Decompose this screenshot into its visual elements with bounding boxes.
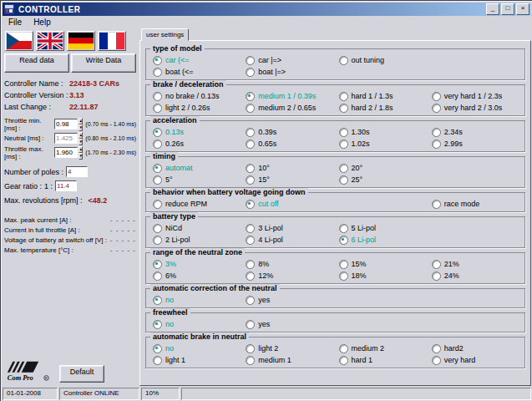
radio-option-2-li-pol[interactable]: 2 Li-pol [149,236,242,245]
radio-label: light 2 / 0.26s [165,104,210,112]
radio-option-automat[interactable]: automat [149,164,242,173]
spinner-up-icon[interactable]: ▴ [79,118,83,124]
radio-option-10[interactable]: 10° [242,164,335,173]
uk-flag[interactable] [36,31,64,51]
radio-option-medium-1[interactable]: medium 1 [242,356,335,365]
radio-option-very-hard-1-2-3s[interactable]: very hard 1 / 2.3s [428,92,521,101]
radio-option-out-tuning[interactable]: out tuning [336,56,428,65]
spinner-down-icon[interactable]: ▾ [79,153,83,160]
radio-option-no-brake-0-13s[interactable]: no brake / 0.13s [149,92,242,101]
radio-option-race-mode[interactable]: race mode [428,200,521,209]
french-flag[interactable] [98,31,126,51]
radio-option-21[interactable]: 21% [428,260,521,269]
radio-option-medium-1-0-39s[interactable]: medium 1 / 0.39s [242,92,335,101]
radio-option-0-26s[interactable]: 0.26s [149,140,242,149]
radio-option-18[interactable]: 18% [336,272,428,281]
throttle-max-input[interactable] [54,147,78,158]
radio-option-2-34s[interactable]: 2.34s [428,128,521,137]
radio-option-no[interactable]: no [149,296,242,305]
radio-option-very-hard-2-3-0s[interactable]: very hard 2 / 3.0s [428,104,521,113]
radio-option-5-li-pol[interactable]: 5 Li-pol [336,224,428,233]
radio-option-3[interactable]: 3% [149,260,242,269]
switchoff-voltage-value: - - - - - [110,236,136,246]
section-type-of-model: type of modelcar (<=car |=>out tuningboa… [145,48,525,80]
radio-option-cut-off[interactable]: cut off [242,200,335,209]
radio-option-no[interactable]: no [149,344,242,353]
radio-option-medium-2-0-65s[interactable]: medium 2 / 0.65s [242,104,335,113]
radio-option-15[interactable]: 15° [242,175,335,185]
option-row: car (<=car |=>out tuning [149,54,521,66]
status-filler [181,388,531,400]
radio-option-light-1[interactable]: light 1 [149,356,242,365]
radio-label: 0.26s [165,140,184,148]
radio-option-4-li-pol[interactable]: 4 Li-pol [242,236,335,245]
radio-option-1-02s[interactable]: 1.02s [336,140,428,149]
section-title: brake / deceleration [150,80,226,89]
menu-help[interactable]: Help [28,17,57,28]
radio-option-5[interactable]: 5° [149,175,242,185]
radio-option-very-hard[interactable]: very hard [428,356,521,365]
radio-option-light-2-0-26s[interactable]: light 2 / 0.26s [149,104,242,113]
radio-icon [153,320,162,329]
settings-sections: type of modelcar (<=car |=>out tuningboa… [143,48,528,368]
radio-option-hard-1-1-3s[interactable]: hard 1 / 1.3s [336,92,428,101]
default-button[interactable]: Default [59,365,104,383]
write-data-button[interactable]: Write Data [71,53,136,73]
gear-ratio-input[interactable] [55,180,77,191]
radio-label: 15° [258,175,270,184]
radio-option-yes[interactable]: yes [242,296,335,305]
poles-input[interactable] [66,166,88,177]
read-data-button[interactable]: Read data [4,53,69,73]
radio-option-car[interactable]: car (<= [149,56,242,65]
radio-option-3-li-pol[interactable]: 3 Li-pol [242,224,335,233]
neutral-range: (0.80 ms - 2.10 ms) [85,135,136,141]
radio-option-12[interactable]: 12% [242,272,335,281]
radio-icon [339,344,348,353]
max-revolutions-row: Max. revolutions [rpm] : <48.2 [4,195,136,206]
right-panel: user settings type of modelcar (<=car |=… [138,28,531,386]
controller-name-label: Controller Name : [4,79,69,89]
menu-file[interactable]: File [3,17,28,28]
radio-option-0-65s[interactable]: 0.65s [242,140,335,149]
radio-option-6-li-pol[interactable]: 6 Li-pol [336,236,428,245]
radio-option-hard-1[interactable]: hard 1 [336,356,428,365]
radio-option-hard-2-1-8s[interactable]: hard 2 / 1.8s [336,104,428,113]
radio-label: reduce RPM [165,200,207,208]
minimize-button[interactable]: _ [486,3,499,15]
radio-option-25[interactable]: 25° [336,175,428,185]
radio-option-reduce-rpm[interactable]: reduce RPM [149,200,242,209]
radio-option-hard2[interactable]: hard2 [428,344,521,353]
radio-option-nicd[interactable]: NiCd [149,224,242,233]
left-panel: Read data Write Data Controller Name : 2… [3,28,138,386]
radio-option-light-2[interactable]: light 2 [242,344,335,353]
czech-flag[interactable] [5,31,33,51]
radio-option-yes[interactable]: yes [242,320,335,329]
tab-user-settings[interactable]: user settings [141,28,189,41]
spinner-down-icon[interactable]: ▾ [79,124,83,131]
german-flag[interactable] [67,31,95,51]
radio-option-0-13s[interactable]: 0.13s [149,128,242,137]
radio-option-2-99s[interactable]: 2.99s [428,140,521,149]
radio-option-8[interactable]: 8% [242,260,335,269]
radio-option-boat[interactable]: boat |=> [242,68,335,77]
radio-option-medium-2[interactable]: medium 2 [336,344,428,353]
radio-option-0-39s[interactable]: 0.39s [242,128,335,137]
spinner-up-icon[interactable]: ▴ [79,132,83,139]
radio-option-1-30s[interactable]: 1.30s [336,128,428,137]
throttle-min-input[interactable] [54,119,78,129]
spinner-down-icon[interactable]: ▾ [79,139,83,145]
radio-option-car[interactable]: car |=> [242,56,335,65]
radio-label: 3% [165,260,176,268]
radio-option-15[interactable]: 15% [336,260,428,269]
radio-option-6[interactable]: 6% [149,272,242,281]
radio-option-no[interactable]: no [149,320,242,329]
radio-option-boat[interactable]: boat (<= [149,68,242,77]
radio-icon [153,175,162,185]
radio-option-20[interactable]: 20° [336,164,428,173]
close-button[interactable]: × [516,3,529,15]
spinner-up-icon[interactable]: ▴ [79,146,83,153]
radio-option-24[interactable]: 24% [428,272,521,281]
radio-label: 1.02s [352,140,370,148]
maximize-button[interactable]: □ [501,3,514,15]
radio-icon [246,344,255,353]
